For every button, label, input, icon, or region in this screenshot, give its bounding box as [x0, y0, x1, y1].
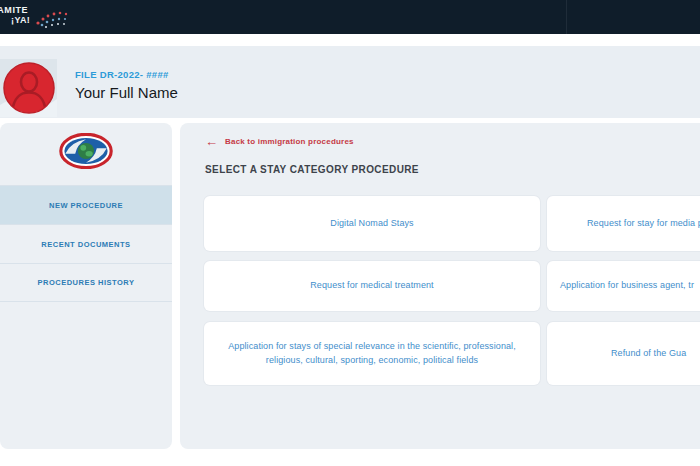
back-link-label: Back to immigration procedures	[225, 137, 354, 146]
category-card-media-stay[interactable]: Request for stay for media p	[547, 196, 700, 251]
avatar-person-icon	[3, 62, 55, 114]
sidebar: NEW PROCEDURE RECENT DOCUMENTS PROCEDURE…	[0, 123, 172, 449]
brand-dots-icon	[32, 2, 72, 30]
sidebar-item-new-procedure[interactable]: NEW PROCEDURE	[0, 185, 172, 224]
user-full-name: Your Full Name	[75, 84, 178, 101]
category-card-digital-nomad[interactable]: Digital Nomad Stays	[204, 196, 540, 251]
category-card-special-relevance[interactable]: Application for stays of special relevan…	[204, 322, 540, 385]
navbar-divider	[566, 0, 567, 34]
back-link[interactable]: ← Back to immigration procedures	[205, 135, 354, 148]
main-content: ← Back to immigration procedures SELECT …	[180, 123, 700, 449]
agency-logo	[0, 133, 172, 173]
sidebar-menu: NEW PROCEDURE RECENT DOCUMENTS PROCEDURE…	[0, 185, 172, 302]
user-header: FILE DR-2022- #### Your Full Name	[0, 46, 700, 118]
brand-logo[interactable]: TRAMITE ¡YA!	[0, 5, 74, 31]
back-arrow-icon: ←	[205, 135, 218, 148]
category-card-business-agent[interactable]: Application for business agent, tr	[547, 261, 700, 311]
avatar	[0, 59, 57, 117]
category-card-medical-treatment[interactable]: Request for medical treatment	[204, 261, 540, 311]
category-card-refund-guarantee[interactable]: Refund of the Gua	[547, 322, 700, 385]
sidebar-item-procedures-history[interactable]: PROCEDURES HISTORY	[0, 263, 172, 302]
page-title: SELECT A STAY CATEGORY PROCEDURE	[205, 164, 419, 175]
app-window: TRAMITE ¡YA!	[0, 0, 700, 466]
agency-emblem-icon	[59, 133, 113, 169]
top-navbar: TRAMITE ¡YA!	[0, 0, 700, 34]
file-number: FILE DR-2022- ####	[75, 69, 169, 80]
sidebar-item-recent-documents[interactable]: RECENT DOCUMENTS	[0, 224, 172, 263]
